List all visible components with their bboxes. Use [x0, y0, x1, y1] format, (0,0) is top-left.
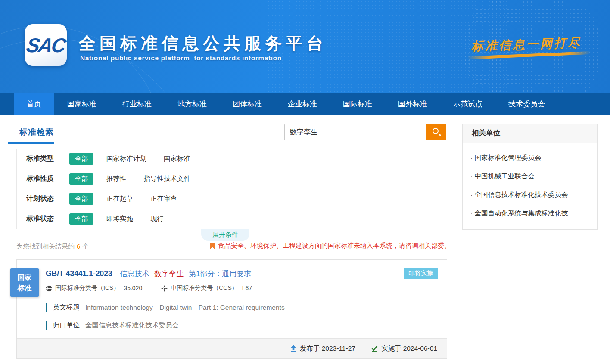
- card-footer: 发布于 2023-11-27 实施于 2024-06-01: [17, 338, 447, 358]
- filter-row-plan-status: 计划状态 全部 正在起草 正在审查: [17, 189, 447, 209]
- filter-option[interactable]: 国家标准: [164, 154, 190, 163]
- standard-title-highlight: 数字孪生: [154, 270, 184, 278]
- english-title-row: 英文标题 Information technology—Digital twin…: [46, 303, 285, 312]
- result-count-number: 6: [77, 243, 80, 250]
- implement-date: 2024-06-01: [403, 345, 437, 352]
- publish-label: 发布于: [300, 344, 320, 353]
- site-header: SAC 全国标准信息公共服务平台 National public service…: [0, 0, 610, 93]
- site-title: 全国标准信息公共服务平台: [79, 32, 327, 55]
- filter-row-standard-nature: 标准性质 全部 推荐性 指导性技术文件: [17, 169, 447, 190]
- related-unit-link[interactable]: 全国信息技术标准化技术委员会: [470, 191, 568, 198]
- filter-option[interactable]: 正在审查: [150, 194, 177, 203]
- filter-box: 标准类型 全部 国家标准计划 国家标准 标准性质 全部 推荐性 指导性技术文件 …: [16, 149, 447, 229]
- result-count-prefix: 为您找到相关结果约: [16, 243, 75, 250]
- ccs-label: 中国标准分类号（CCS）: [171, 284, 238, 292]
- ics-group: 国际标准分类号（ICS） 35.020: [46, 284, 142, 292]
- search-input[interactable]: [284, 124, 426, 140]
- nav-tab-national-standards[interactable]: 国家标准: [54, 93, 109, 115]
- main-nav: 首页 国家标准 行业标准 地方标准 团体标准 企业标准 国际标准 国外标准 示范…: [0, 93, 610, 115]
- standard-title: GB/T 43441.1-2023 信息技术 数字孪生 第1部分：通用要求: [46, 269, 251, 279]
- filter-option[interactable]: 推荐性: [106, 174, 127, 184]
- filter-row-standard-status: 标准状态 全部 即将实施 现行: [17, 209, 447, 229]
- filter-all-button[interactable]: 全部: [69, 213, 93, 225]
- english-title-label: 英文标题: [53, 303, 80, 312]
- implement-label: 实施于: [381, 344, 401, 353]
- row-accent-bar: [46, 303, 47, 312]
- committee-value: 全国信息技术标准化技术委员会: [85, 321, 179, 330]
- english-title-value: Information technology—Digital twin—Part…: [85, 304, 285, 311]
- committee-label: 归口单位: [53, 321, 80, 330]
- result-count: 为您找到相关结果约6个: [16, 243, 89, 251]
- filter-option[interactable]: 现行: [150, 215, 164, 224]
- nav-tab-group-standards[interactable]: 团体标准: [220, 93, 275, 115]
- national-standard-badge: 国家 标准: [10, 268, 39, 297]
- ccs-value: L67: [242, 285, 252, 292]
- nav-tab-international-standards[interactable]: 国际标准: [330, 93, 385, 115]
- filter-label: 标准类型: [26, 154, 69, 163]
- filter-label: 标准性质: [26, 174, 69, 184]
- standard-title-part1: 信息技术: [120, 270, 149, 278]
- filter-option[interactable]: 正在起草: [106, 194, 133, 203]
- related-unit-link[interactable]: 国家标准化管理委员会: [470, 154, 541, 161]
- globe-icon: [46, 285, 52, 292]
- filter-all-button[interactable]: 全部: [69, 153, 93, 165]
- related-unit-link[interactable]: 中国机械工业联合会: [470, 172, 535, 180]
- ics-value: 35.020: [124, 285, 142, 292]
- nav-tab-pilot[interactable]: 示范试点: [440, 93, 495, 115]
- expand-conditions-button[interactable]: 展开条件: [201, 229, 249, 241]
- nav-tab-technical-committee[interactable]: 技术委员会: [495, 93, 558, 115]
- nav-tab-foreign-standards[interactable]: 国外标准: [385, 93, 440, 115]
- ics-label: 国际标准分类号（ICS）: [55, 284, 119, 292]
- search-icon: [433, 128, 439, 134]
- site-subtitle: National public service platform for sta…: [80, 54, 282, 62]
- filter-option[interactable]: 国家标准计划: [106, 154, 146, 163]
- compass-icon: [161, 285, 168, 292]
- related-units-list: 国家标准化管理委员会 中国机械工业联合会 全国信息技术标准化技术委员会 全国自动…: [463, 143, 597, 229]
- standard-title-part2: 第1部分：通用要求: [189, 270, 251, 278]
- publish-icon: [290, 345, 297, 352]
- notice-banner: 食品安全、环境保护、工程建设方面的国家标准未纳入本系统，请咨询相关部委。: [210, 242, 451, 250]
- filter-label: 标准状态: [26, 215, 69, 224]
- related-unit-link[interactable]: 全国自动化系统与集成标准化技…: [470, 209, 575, 217]
- related-units-panel: 相关单位 国家标准化管理委员会 中国机械工业联合会 全国信息技术标准化技术委员会…: [462, 124, 598, 230]
- page: SAC 全国标准信息公共服务平台 National public service…: [0, 0, 610, 364]
- filter-option[interactable]: 即将实施: [106, 215, 133, 224]
- list-item: 中国机械工业联合会: [470, 167, 589, 185]
- filter-row-standard-type: 标准类型 全部 国家标准计划 国家标准: [17, 149, 447, 169]
- result-count-suffix: 个: [82, 243, 89, 250]
- implement-date-item: 实施于 2024-06-01: [371, 344, 437, 353]
- filter-all-button[interactable]: 全部: [69, 193, 93, 205]
- publish-date: 2023-11-27: [322, 345, 355, 352]
- notice-text: 食品安全、环境保护、工程建设方面的国家标准未纳入本系统，请咨询相关部委。: [218, 242, 451, 250]
- nav-tab-industry-standards[interactable]: 行业标准: [109, 93, 165, 115]
- nav-tab-local-standards[interactable]: 地方标准: [165, 93, 220, 115]
- search-button[interactable]: [426, 124, 446, 140]
- list-item: 国家标准化管理委员会: [470, 148, 589, 167]
- classification-meta: 国际标准分类号（ICS） 35.020 中国标准分类号（CCS） L67: [46, 284, 271, 292]
- sac-logo-text: SAC: [25, 34, 67, 57]
- badge-line2: 标准: [10, 283, 39, 293]
- bookmark-icon: [210, 243, 215, 249]
- section-title-underline: [8, 142, 54, 144]
- row-accent-bar: [46, 321, 47, 330]
- card-divider: [46, 298, 437, 298]
- filter-label: 计划状态: [26, 194, 69, 203]
- nav-tab-home[interactable]: 首页: [14, 93, 54, 115]
- nav-tab-enterprise-standards[interactable]: 企业标准: [275, 93, 330, 115]
- sac-logo: SAC: [25, 24, 67, 66]
- filter-all-button[interactable]: 全部: [69, 173, 93, 185]
- content-area: 标准检索 相关单位 国家标准化管理委员会 中国机械工业联合会 全国信息技术标准化…: [0, 115, 610, 364]
- publish-date-item: 发布于 2023-11-27: [290, 344, 355, 353]
- implement-check-icon: [371, 345, 378, 352]
- list-item: 全国自动化系统与集成标准化技…: [470, 204, 589, 222]
- status-badge: 即将实施: [404, 268, 438, 279]
- list-item: 全国信息技术标准化技术委员会: [470, 185, 589, 204]
- result-card: 国家 标准 GB/T 43441.1-2023 信息技术 数字孪生 第1部分：通…: [16, 259, 447, 359]
- ccs-group: 中国标准分类号（CCS） L67: [161, 284, 252, 292]
- related-units-title: 相关单位: [463, 124, 597, 143]
- badge-line1: 国家: [10, 272, 39, 283]
- section-title: 标准检索: [19, 127, 54, 138]
- filter-option[interactable]: 指导性技术文件: [144, 174, 191, 184]
- committee-row: 归口单位 全国信息技术标准化技术委员会: [46, 321, 179, 330]
- standard-code-link[interactable]: GB/T 43441.1-2023: [46, 269, 112, 278]
